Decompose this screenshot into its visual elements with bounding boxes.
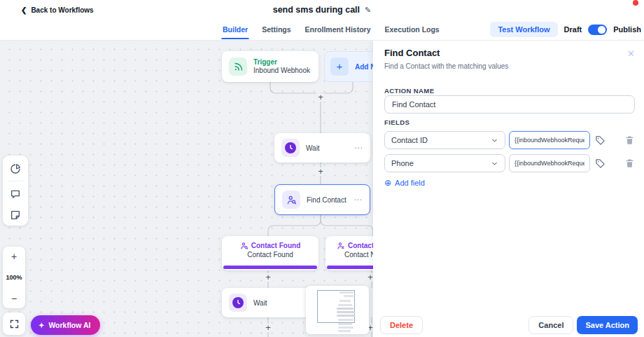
find-contact-node[interactable]: Find Contact ⋯ xyxy=(274,184,370,215)
find-contact-node-label: Find Contact xyxy=(307,196,346,204)
zoom-in-button[interactable]: + xyxy=(11,252,17,261)
minimap-content-bar xyxy=(337,308,354,310)
action-name-input[interactable] xyxy=(384,95,635,114)
branch-tag-label: Contact Found xyxy=(251,241,301,250)
cancel-button[interactable]: Cancel xyxy=(528,316,573,334)
clock-icon xyxy=(281,139,300,157)
tab-settings[interactable]: Settings xyxy=(262,20,290,39)
person-search-icon xyxy=(282,191,300,209)
save-action-button[interactable]: Save Action xyxy=(577,316,638,334)
fields-label: FIELDS xyxy=(384,118,410,126)
field-value-input[interactable] xyxy=(509,131,590,149)
minimap-content-bar xyxy=(338,319,354,321)
header-bar: ❮ Back to Workflows send sms during call… xyxy=(0,0,644,20)
chevron-left-icon: ❮ xyxy=(21,6,27,14)
branch-contact-found[interactable]: Contact Found Contact Found xyxy=(222,236,318,270)
chevron-down-icon xyxy=(491,160,498,167)
workflow-builder-app: + + + + + + Trigger Inbound Webhook + Ad… xyxy=(0,0,644,337)
fullscreen-button[interactable] xyxy=(3,312,25,335)
person-x-icon xyxy=(337,242,345,250)
tab-bar: Builder Settings Enrollment History Exec… xyxy=(0,20,644,41)
add-node-button[interactable]: + xyxy=(264,324,272,332)
zoom-controls: + 100% − xyxy=(3,247,25,308)
add-node-button[interactable]: + xyxy=(264,273,272,282)
node-menu-icon[interactable]: ⋯ xyxy=(354,195,363,205)
close-icon[interactable]: ✕ xyxy=(627,48,635,59)
tab-builder[interactable]: Builder xyxy=(223,20,248,39)
action-name-label: ACTION NAME xyxy=(384,87,434,95)
branch-accent-bar xyxy=(223,266,317,269)
wait-node-1[interactable]: Wait ⋯ xyxy=(274,133,370,163)
stats-icon[interactable] xyxy=(10,163,21,174)
publish-label: Publish xyxy=(613,25,641,34)
delete-button[interactable]: Delete xyxy=(380,316,423,334)
minimap[interactable] xyxy=(306,286,369,334)
canvas-toolbar xyxy=(3,156,28,226)
toggle-knob xyxy=(598,26,606,34)
field-key-value: Phone xyxy=(391,159,414,167)
trash-icon[interactable] xyxy=(624,158,635,169)
tab-execution-logs[interactable]: Execution Logs xyxy=(385,20,440,39)
minimap-content-bar xyxy=(344,295,354,297)
field-key-select[interactable]: Phone xyxy=(384,154,505,172)
back-label: Back to Workflows xyxy=(31,6,93,14)
minimap-content-bar xyxy=(338,326,354,329)
minimap-content-bar xyxy=(340,291,354,294)
field-key-select[interactable]: Contact ID xyxy=(384,131,505,149)
panel-title: Find Contact xyxy=(384,48,440,58)
trigger-type-label: Trigger xyxy=(253,58,310,67)
sticky-note-icon[interactable] xyxy=(10,209,21,221)
zoom-level: 100% xyxy=(6,274,22,281)
add-node-button[interactable]: + xyxy=(316,167,325,176)
minimap-content-bar xyxy=(337,315,355,317)
action-panel: Find Contact ✕ Find a Contact with the m… xyxy=(373,40,644,337)
back-to-workflows-link[interactable]: ❮ Back to Workflows xyxy=(21,0,94,20)
minimap-content-bar xyxy=(338,330,351,332)
wait-node-2[interactable]: Wait xyxy=(222,288,318,317)
field-value-input[interactable] xyxy=(509,154,590,172)
tag-icon[interactable] xyxy=(595,158,606,169)
panel-subtitle: Find a Contact with the matching values xyxy=(384,62,508,70)
edit-title-icon[interactable]: ✎ xyxy=(365,6,371,15)
minimap-content-bar xyxy=(337,311,355,313)
chevron-down-icon xyxy=(491,137,498,144)
trigger-node[interactable]: Trigger Inbound Webhook xyxy=(222,51,318,82)
workflow-ai-button[interactable]: ✦ Workflow AI xyxy=(31,315,100,335)
comment-icon[interactable] xyxy=(10,188,21,200)
zoom-out-button[interactable]: − xyxy=(11,294,17,303)
wait-node-label: Wait xyxy=(253,299,267,307)
workflow-title: send sms during call xyxy=(273,5,360,15)
node-menu-icon[interactable]: ⋯ xyxy=(354,143,363,153)
minimap-content-bar xyxy=(340,300,351,302)
branch-name: Contact Found xyxy=(247,250,293,260)
draft-label: Draft xyxy=(564,25,582,34)
publish-toggle[interactable] xyxy=(588,25,607,35)
toolbar-divider xyxy=(8,181,23,181)
add-field-button[interactable]: ⊕ Add field xyxy=(384,179,425,187)
sparkle-icon: ✦ xyxy=(38,322,44,329)
tab-enrollment-history[interactable]: Enrollment History xyxy=(305,20,371,39)
test-workflow-button[interactable]: Test Workflow xyxy=(490,22,557,37)
clock-icon xyxy=(229,294,247,312)
field-key-value: Contact ID xyxy=(391,136,428,144)
person-check-icon xyxy=(240,242,248,250)
plus-icon: + xyxy=(330,57,349,76)
workflow-ai-label: Workflow AI xyxy=(48,321,90,329)
circled-plus-icon: ⊕ xyxy=(384,179,391,187)
minimap-content-bar xyxy=(338,323,352,325)
trash-icon[interactable] xyxy=(624,135,635,146)
webhook-icon xyxy=(229,57,247,76)
wait-node-label: Wait xyxy=(306,144,320,152)
unsaved-changes-dot xyxy=(633,0,638,6)
expand-icon xyxy=(9,319,20,329)
add-field-label: Add field xyxy=(395,179,425,187)
tag-icon[interactable] xyxy=(595,135,606,146)
trigger-name: Inbound Webhook xyxy=(253,67,310,75)
add-node-button[interactable]: + xyxy=(316,93,325,102)
minimap-content-bar xyxy=(338,304,352,306)
